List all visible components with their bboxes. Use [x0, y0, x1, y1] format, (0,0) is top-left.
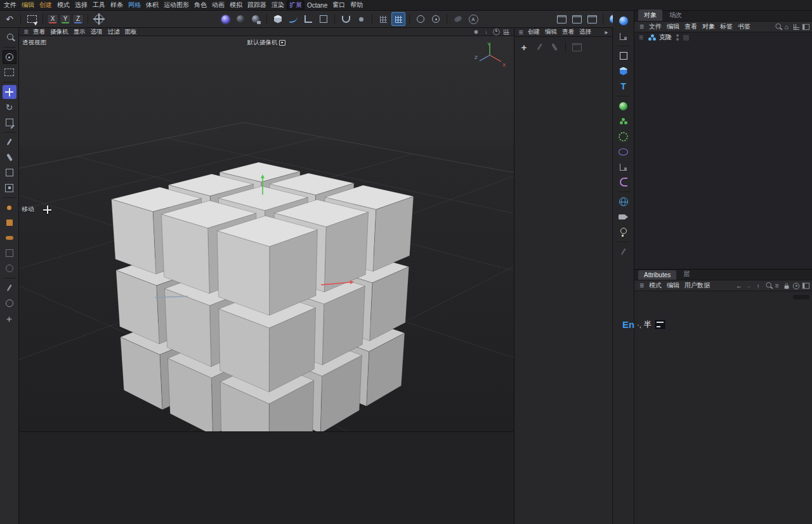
attr-lock-button[interactable]	[783, 282, 790, 289]
sculpt-brush-tool[interactable]	[3, 150, 16, 164]
frame-download-icon[interactable]	[483, 29, 490, 35]
live-selection-tool[interactable]	[3, 50, 16, 64]
menubar-tools[interactable]: 工具	[90, 1, 108, 10]
tab-attributes[interactable]: Attributes	[638, 270, 676, 280]
layout-region-button[interactable]	[570, 12, 584, 26]
lock-x-button[interactable]: X	[47, 14, 58, 24]
null-object-button[interactable]	[617, 49, 631, 63]
attr-filter-button[interactable]	[773, 282, 781, 289]
move-tool[interactable]	[3, 85, 16, 99]
tab-objects[interactable]: 对象	[638, 10, 662, 21]
mid-extra-button[interactable]	[570, 40, 584, 54]
tab-layers[interactable]: 层	[678, 268, 695, 280]
history-back-button[interactable]	[735, 282, 743, 289]
attr-menu-userdata[interactable]: 用户数据	[682, 281, 712, 290]
menubar-octane[interactable]: Octane	[304, 2, 330, 9]
om-menu-tags[interactable]: 标签	[717, 22, 735, 31]
vp-menu-options[interactable]: 选项	[88, 28, 105, 36]
om-menu-edit[interactable]: 编辑	[664, 22, 682, 31]
visibility-dots-icon[interactable]	[674, 33, 681, 42]
vp-menu-panel[interactable]: 面板	[122, 28, 140, 36]
om-home-button[interactable]	[783, 23, 790, 30]
dynamics-sphere-tool[interactable]	[3, 200, 16, 214]
zoom-tool[interactable]	[3, 30, 16, 44]
lock-z-button[interactable]: Z	[72, 14, 84, 24]
mid-menu-edit[interactable]: 编辑	[542, 28, 560, 36]
vp-menu-view[interactable]: 查看	[30, 28, 48, 36]
workplane-grid-button[interactable]	[376, 12, 390, 26]
menubar-animate[interactable]: 动画	[209, 1, 227, 10]
layout-grid-icon[interactable]	[503, 29, 511, 35]
ime-punctuation-indicator[interactable]: ·,	[637, 321, 641, 329]
menubar-create[interactable]: 创建	[37, 1, 55, 10]
ime-language-indicator[interactable]: En	[622, 319, 634, 330]
rectangle-select-button[interactable]	[25, 12, 39, 26]
attr-panel-button[interactable]	[802, 282, 809, 289]
mid-menu-view[interactable]: 查看	[560, 28, 577, 36]
menubar-volume[interactable]: 体积	[143, 1, 161, 10]
collider-cube-tool[interactable]	[3, 216, 16, 230]
camera-object-button[interactable]	[617, 210, 631, 224]
secondary-hamburger-icon[interactable]	[516, 29, 525, 36]
snap-grid-button[interactable]	[391, 12, 405, 26]
spline-pen-button[interactable]	[286, 12, 300, 26]
axis-gizmo[interactable]: Y X Z	[471, 39, 506, 68]
add-object-tool[interactable]	[3, 311, 16, 325]
coordinate-system-button[interactable]	[92, 12, 106, 26]
timer-icon[interactable]	[493, 29, 501, 35]
target-a-button[interactable]	[414, 12, 428, 26]
force-tool[interactable]	[3, 261, 16, 275]
polygon-tool[interactable]	[3, 166, 16, 180]
octane-a-button[interactable]	[466, 12, 480, 26]
ime-width-indicator[interactable]: 半	[644, 319, 652, 330]
octane-viewer-button[interactable]	[617, 14, 631, 28]
render-settings-button[interactable]	[249, 12, 263, 26]
mid-menu-create[interactable]: 创建	[525, 28, 542, 36]
anchor-button[interactable]	[354, 12, 368, 26]
tab-takes[interactable]: 场次	[664, 10, 688, 21]
menubar-mode[interactable]: 模式	[55, 1, 72, 10]
spring-tool[interactable]	[3, 246, 16, 260]
ime-statusbar[interactable]: En ·, 半	[622, 319, 666, 330]
menubar-spline[interactable]: 样条	[108, 1, 126, 10]
menubar-render[interactable]: 渲染	[269, 1, 287, 10]
ime-keyboard-icon[interactable]	[654, 319, 666, 330]
light-object-button[interactable]	[617, 225, 631, 239]
menubar-extensions[interactable]: 扩展	[287, 1, 304, 10]
bake-button[interactable]	[451, 12, 465, 26]
menubar-mograph[interactable]: 运动图形	[161, 1, 192, 10]
parent-up-button[interactable]	[754, 282, 762, 289]
om-menu-file[interactable]: 文件	[646, 22, 664, 31]
vp-menu-display[interactable]: 显示	[71, 28, 88, 36]
text-object-button[interactable]	[617, 79, 631, 93]
om-hamburger-icon[interactable]	[637, 23, 646, 31]
render-view-button[interactable]	[218, 12, 232, 26]
spline-circle-button[interactable]	[617, 145, 631, 159]
menubar-character[interactable]: 角色	[192, 1, 209, 10]
scale-tool[interactable]	[3, 115, 16, 129]
om-panel-button[interactable]	[802, 23, 809, 30]
workplane-button[interactable]	[617, 29, 631, 43]
attributes-scrollbar-thumb[interactable]	[793, 295, 809, 299]
om-menu-object[interactable]: 对象	[700, 22, 717, 31]
perspective-viewport[interactable]: 透视视图 默认摄像机 Y X Z 移动	[19, 36, 514, 431]
sphere-primitive-tool[interactable]	[3, 296, 16, 310]
instance-button[interactable]	[317, 12, 331, 26]
connector-tool[interactable]	[3, 231, 16, 245]
layout-render-button[interactable]	[554, 12, 568, 26]
vp-menu-filter[interactable]: 过滤	[105, 28, 122, 36]
menubar-select[interactable]: 选择	[72, 1, 90, 10]
menubar-tracker[interactable]: 跟踪器	[245, 1, 269, 10]
cloner-button[interactable]	[617, 114, 631, 128]
menubar-mesh[interactable]: 网格	[126, 1, 143, 10]
mid-pen2-button[interactable]	[547, 40, 561, 54]
menubar-simulate[interactable]: 模拟	[227, 1, 245, 10]
deformer-button[interactable]	[617, 175, 631, 189]
attr-target-button[interactable]	[792, 282, 800, 289]
mid-menu-select[interactable]: 选择	[577, 28, 594, 36]
primitive-cube-button[interactable]	[271, 12, 285, 26]
menubar-window[interactable]: 窗口	[330, 1, 348, 10]
pencil-tool[interactable]	[3, 281, 16, 295]
polyline-button[interactable]	[301, 12, 315, 26]
attr-menu-mode[interactable]: 模式	[646, 281, 664, 290]
